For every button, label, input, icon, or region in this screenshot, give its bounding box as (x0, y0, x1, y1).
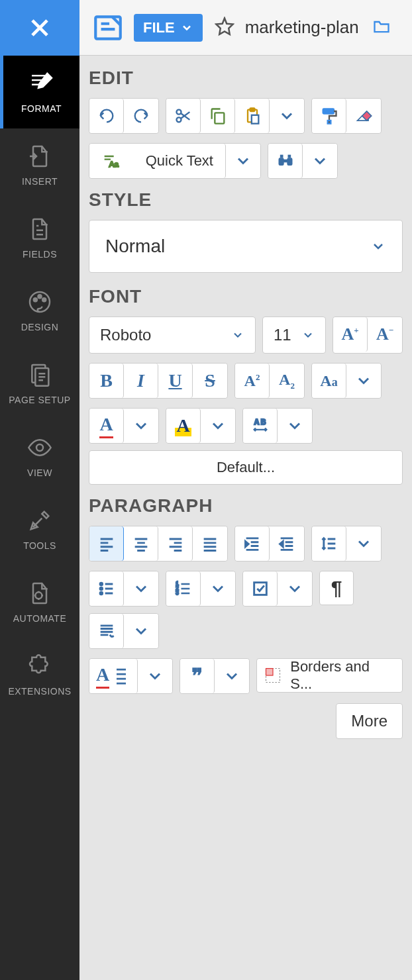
script-group: A2 A2 (234, 363, 305, 399)
increase-font-icon: A+ (341, 324, 358, 344)
paste-button[interactable] (235, 99, 270, 133)
line-spacing-button[interactable] (312, 526, 346, 561)
bold-button[interactable]: B (89, 364, 124, 398)
svg-rect-22 (287, 155, 291, 158)
font-name-select[interactable]: Roboto (89, 317, 256, 354)
cut-button[interactable] (166, 99, 201, 133)
highlight-button[interactable]: A (166, 409, 201, 443)
svg-rect-18 (278, 158, 283, 166)
align-right-button[interactable] (158, 526, 193, 561)
redo-button[interactable] (124, 99, 158, 133)
text-flow-button[interactable] (89, 614, 124, 648)
sidebar-item-view[interactable]: VIEW (0, 420, 79, 493)
chevron-down-icon (132, 579, 150, 598)
blockquote-dropdown[interactable] (215, 659, 249, 693)
italic-icon: I (137, 370, 144, 391)
folder-button[interactable] (372, 17, 391, 38)
change-case-button[interactable]: Aa (312, 364, 346, 398)
highlight-dropdown[interactable] (201, 409, 235, 443)
bullet-list-button[interactable] (89, 571, 124, 606)
sidebar-item-tools[interactable]: TOOLS (0, 493, 79, 565)
document-title[interactable]: marketing-plan (245, 17, 359, 38)
quote-icon: ❞ (191, 663, 203, 689)
quicktext-button[interactable]: Aa Quick Text (89, 144, 226, 178)
para-color-dropdown[interactable] (138, 659, 172, 693)
indent-increase-button[interactable] (235, 526, 270, 561)
svg-text:A B: A B (254, 418, 266, 426)
svg-point-25 (100, 587, 103, 590)
undo-button[interactable] (89, 99, 124, 133)
pilcrow-button[interactable]: ¶ (319, 571, 354, 605)
bullet-list-dropdown[interactable] (124, 571, 158, 606)
clipboard-group (166, 98, 305, 134)
indent-decrease-button[interactable] (270, 526, 304, 561)
more-label: More (351, 712, 387, 730)
subscript-button[interactable]: A2 (270, 364, 304, 398)
erase-format-button[interactable] (346, 99, 381, 133)
quicktext-dropdown[interactable] (226, 144, 260, 178)
style-select[interactable]: Normal (89, 220, 403, 273)
document-icon[interactable] (91, 11, 125, 44)
sidebar-item-insert[interactable]: INSERT (0, 128, 79, 201)
highlight-icon: A (175, 415, 191, 436)
char-spacing-button[interactable]: A B (243, 409, 278, 443)
chevron-down-icon (301, 328, 315, 342)
paste-icon (243, 107, 262, 125)
copy-button[interactable] (201, 99, 235, 133)
paste-dropdown[interactable] (270, 99, 304, 133)
copy-icon (209, 107, 227, 125)
font-size-value: 11 (274, 326, 291, 344)
underline-button[interactable]: U (158, 364, 193, 398)
text-flow-dropdown[interactable] (124, 614, 158, 648)
align-center-button[interactable] (124, 526, 158, 561)
font-size-select[interactable]: 11 (262, 317, 326, 354)
sidebar-item-design[interactable]: DESIGN (0, 274, 79, 347)
quicktext-group: Aa Quick Text (89, 143, 261, 179)
close-button[interactable] (0, 0, 79, 56)
borders-shading-button[interactable]: Borders and S... (256, 658, 403, 693)
align-left-button[interactable] (89, 526, 124, 561)
default-font-button[interactable]: Default... (89, 450, 403, 485)
superscript-button[interactable]: A2 (235, 364, 270, 398)
strikethrough-button[interactable]: S (193, 364, 227, 398)
sidebar-item-label: AUTOMATE (13, 613, 67, 624)
decrease-font-button[interactable]: A− (368, 317, 402, 352)
blockquote-button[interactable]: ❞ (180, 659, 215, 693)
sidebar-item-page-setup[interactable]: PAGE SETUP (0, 347, 79, 420)
increase-font-button[interactable]: A+ (333, 317, 368, 352)
para-color-button[interactable]: A (89, 659, 138, 693)
sidebar-item-extensions[interactable]: EXTENSIONS (0, 638, 79, 711)
svg-rect-14 (251, 115, 258, 124)
number-list-button[interactable]: 123 (166, 571, 201, 606)
checklist-dropdown[interactable] (278, 571, 312, 606)
chevron-down-icon (311, 152, 329, 170)
char-spacing-dropdown[interactable] (278, 409, 312, 443)
change-case-dropdown[interactable] (346, 364, 381, 398)
italic-button[interactable]: I (124, 364, 158, 398)
font-color-icon: A (99, 414, 113, 438)
font-color-dropdown[interactable] (124, 409, 158, 443)
line-spacing-dropdown[interactable] (346, 526, 381, 561)
insert-icon (26, 143, 53, 170)
svg-rect-11 (215, 113, 224, 123)
favorite-button[interactable] (215, 17, 234, 39)
find-dropdown[interactable] (303, 144, 337, 178)
format-painter-button[interactable] (312, 99, 346, 133)
sidebar-item-fields[interactable]: FIELDS (0, 201, 79, 274)
sidebar-item-label: FORMAT (21, 103, 62, 114)
font-color-button[interactable]: A (89, 409, 124, 443)
sidebar-item-format[interactable]: FORMAT (0, 56, 79, 128)
undo-icon (97, 107, 116, 125)
more-button[interactable]: More (336, 703, 403, 739)
svg-point-7 (36, 444, 43, 451)
sidebar-item-automate[interactable]: AUTOMATE (0, 565, 79, 638)
svg-rect-20 (283, 160, 287, 163)
checklist-button[interactable] (243, 571, 278, 606)
file-menu-button[interactable]: FILE (134, 14, 203, 42)
chevron-down-icon (209, 579, 227, 598)
find-button[interactable] (268, 144, 303, 178)
indent-group (234, 526, 305, 562)
number-list-dropdown[interactable] (201, 571, 235, 606)
align-justify-button[interactable] (193, 526, 227, 561)
find-group (268, 143, 338, 179)
